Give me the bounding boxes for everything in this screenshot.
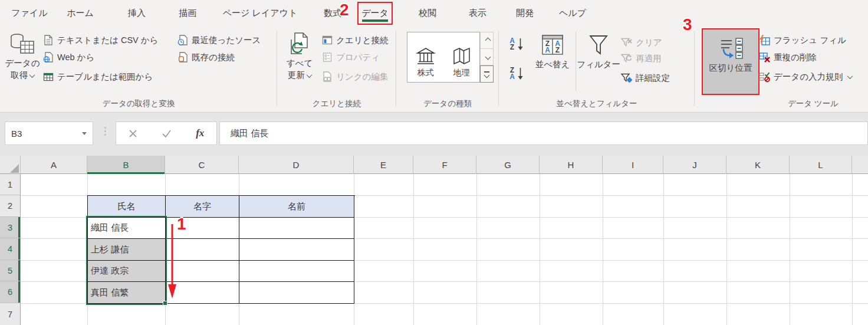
- column-header-D[interactable]: D: [239, 156, 354, 174]
- stocks-item[interactable]: 株式: [407, 32, 443, 82]
- queries-connections-button[interactable]: クエリと接続: [321, 32, 388, 48]
- from-web-button[interactable]: Web から: [42, 49, 94, 65]
- filter-label: フィルター: [577, 58, 620, 70]
- row-header-6[interactable]: 6: [0, 281, 20, 303]
- existing-connections-label: 既存の接続: [192, 52, 235, 63]
- select-all-icon: [10, 164, 19, 173]
- cell-D3[interactable]: [239, 218, 354, 239]
- tab-review[interactable]: 校閲: [410, 0, 445, 26]
- gallery-up-button[interactable]: [480, 32, 494, 49]
- worksheet: A B C D E F G H I J K L 1 2 3 4 5 6 7: [0, 156, 868, 325]
- row-header-4[interactable]: 4: [0, 238, 20, 260]
- cell-D2[interactable]: 名前: [239, 196, 354, 218]
- get-data-label-1: データの: [5, 57, 40, 69]
- advanced-filter-icon: [620, 72, 633, 84]
- tab-data[interactable]: データ: [357, 2, 393, 25]
- cell-D5[interactable]: [239, 261, 354, 282]
- tab-view[interactable]: 表示: [461, 0, 495, 26]
- chevron-down-icon: [307, 72, 313, 78]
- formula-bar-row: B3 fx 織田 信長: [0, 112, 868, 156]
- geography-item[interactable]: 地理: [443, 32, 479, 82]
- cell-B3[interactable]: 織田 信長: [88, 218, 166, 239]
- clear-filter-label: クリア: [636, 37, 662, 48]
- queries-pane-icon: [321, 34, 333, 46]
- clock-icon: [177, 34, 189, 46]
- bank-icon: [415, 45, 436, 67]
- flash-fill-button[interactable]: フラッシュ フィル: [758, 32, 846, 48]
- name-box-dropdown-icon[interactable]: [82, 132, 87, 135]
- tab-insert[interactable]: 挿入: [119, 0, 154, 26]
- name-box[interactable]: B3: [5, 122, 93, 145]
- refresh-all-label-2: 更新: [288, 70, 305, 80]
- formula-input[interactable]: 織田 信長: [219, 122, 868, 145]
- get-data-button[interactable]: データの 取得: [5, 28, 40, 94]
- formula-bar-splitter[interactable]: [104, 127, 106, 136]
- row-header-5[interactable]: 5: [0, 260, 20, 281]
- gallery-down-button[interactable]: [480, 49, 494, 65]
- text-file-icon: [42, 34, 54, 46]
- chevron-down-icon: [484, 72, 490, 78]
- column-header-F[interactable]: F: [413, 156, 476, 174]
- text-csv-button[interactable]: テキストまたは CSV から: [42, 32, 158, 48]
- text-to-columns-button[interactable]: 区切り位置: [702, 28, 760, 95]
- column-header-strip: A B C D E F G H I J K L: [0, 156, 868, 174]
- existing-connections-button[interactable]: 既存の接続: [177, 49, 235, 65]
- row-header-3[interactable]: 3: [0, 217, 20, 238]
- sort-asc-button[interactable]: AZ: [508, 34, 532, 54]
- column-header-B[interactable]: B: [87, 156, 165, 174]
- map-icon: [451, 45, 472, 67]
- properties-icon: [321, 51, 333, 63]
- row-header-1[interactable]: 1: [0, 174, 20, 195]
- group-label-get-transform: データの取得と変換: [0, 99, 277, 109]
- advanced-filter-button[interactable]: 詳細設定: [620, 70, 670, 86]
- table-range-label: テーブルまたは範囲から: [57, 71, 153, 83]
- refresh-all-icon: [287, 31, 313, 57]
- column-header-J[interactable]: J: [663, 156, 726, 174]
- column-header-K[interactable]: K: [726, 156, 790, 174]
- row-header-2[interactable]: 2: [0, 195, 20, 217]
- data-validation-button[interactable]: データの入力規則: [758, 68, 852, 85]
- tab-file[interactable]: ファイル: [11, 0, 48, 26]
- tab-draw[interactable]: 描画: [170, 0, 205, 26]
- sort-asc-icon: AZ: [508, 38, 516, 51]
- insert-function-button[interactable]: fx: [196, 127, 204, 139]
- cell-D6[interactable]: [239, 282, 354, 304]
- gallery-more-button[interactable]: [480, 65, 494, 83]
- column-header-H[interactable]: H: [540, 156, 603, 174]
- cell-D4[interactable]: [239, 239, 354, 261]
- cell-B2[interactable]: 氏名: [88, 196, 166, 218]
- cell-B4[interactable]: 上杉 謙信: [88, 239, 166, 261]
- row-header-7[interactable]: 7: [0, 303, 20, 325]
- table-range-button[interactable]: テーブルまたは範囲から: [42, 68, 153, 85]
- active-tab-underline: [362, 19, 388, 22]
- column-header-L[interactable]: L: [790, 156, 852, 174]
- ribbon: データの 取得 テキストまたは CSV から Web から: [0, 26, 868, 112]
- tab-home[interactable]: ホーム: [61, 0, 99, 26]
- column-header-C[interactable]: C: [165, 156, 239, 174]
- cell-B5[interactable]: 伊達 政宗: [88, 261, 166, 282]
- column-header-G[interactable]: G: [476, 156, 540, 174]
- tab-page-layout[interactable]: ページ レイアウト: [219, 0, 301, 26]
- column-header-E[interactable]: E: [354, 156, 413, 174]
- recent-sources-button[interactable]: 最近使ったソース: [177, 32, 261, 48]
- globe-icon: [42, 51, 54, 63]
- remove-duplicates-button[interactable]: 重複の削除: [758, 49, 817, 65]
- column-header-partial[interactable]: [852, 156, 868, 174]
- refresh-all-button[interactable]: すべて 更新: [282, 28, 317, 94]
- flash-fill-icon: [758, 34, 771, 46]
- edit-links-button: リンクの編集: [321, 68, 388, 85]
- column-header-A[interactable]: A: [21, 156, 87, 174]
- cell-B6[interactable]: 真田 信繁: [88, 282, 166, 304]
- tab-help[interactable]: ヘルプ: [554, 0, 591, 26]
- tab-developer[interactable]: 開発: [508, 0, 542, 26]
- tab-data-label: データ: [361, 8, 389, 19]
- select-all-corner[interactable]: [0, 156, 21, 174]
- filter-button[interactable]: フィルター: [578, 29, 619, 93]
- annotation-step-2: 2: [340, 2, 349, 18]
- remove-duplicates-icon: [758, 51, 771, 63]
- gridline: [852, 174, 853, 325]
- sort-desc-button[interactable]: ZA: [508, 64, 532, 84]
- column-header-I[interactable]: I: [603, 156, 663, 174]
- svg-text:A: A: [545, 46, 550, 54]
- sort-button[interactable]: Z A A Z 並べ替え: [532, 29, 573, 93]
